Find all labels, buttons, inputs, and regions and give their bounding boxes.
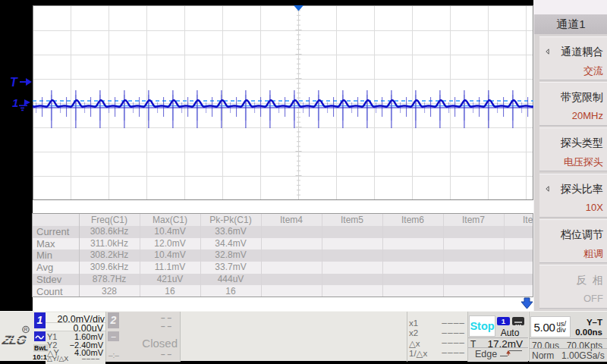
svg-text:ZLG: ZLG (2, 333, 28, 347)
svg-text:R: R (24, 327, 27, 332)
